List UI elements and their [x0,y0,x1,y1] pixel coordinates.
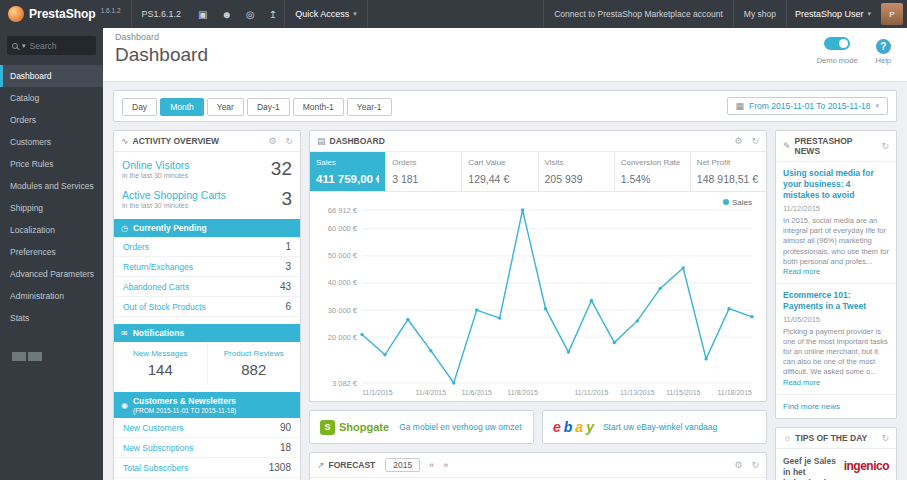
refresh-icon[interactable]: ↻ [751,136,759,146]
customers-new-subscriptions-link[interactable]: New Subscriptions [123,443,193,453]
tips-panel-title: TIPS OF THE DAY [795,433,867,443]
pending-abandoned-carts-value: 43 [280,281,291,292]
notification-value: 144 [116,361,205,378]
filter-button-day-1[interactable]: Day-1 [247,98,290,116]
pending-abandoned-carts-link[interactable]: Abandoned Carts [123,282,189,292]
forecast-panel-header: ↗ FORECAST 2015 « » ⚙ ↻ [310,453,766,478]
support-icon[interactable]: ◎ [239,0,262,28]
avatar[interactable]: P [881,3,903,25]
collapse-menu-button[interactable] [12,345,103,365]
pending-return-exchanges-link[interactable]: Return/Exchanges [123,262,193,272]
ebay-logo: ebay [553,419,593,435]
forecast-year-select[interactable]: 2015 [385,458,420,472]
shop-name-tag[interactable]: PS1.6.1.2 [131,0,192,28]
filter-button-month-1[interactable]: Month-1 [293,98,344,116]
sidebar-item-price-rules[interactable]: Price Rules [0,153,103,175]
module-link-shopgate[interactable]: Ga mobiel en verhoog uw omzet [399,422,521,432]
calendar-icon: ▦ [736,101,745,111]
activity-icon: ∿ [121,136,129,146]
notification-new-messages[interactable]: New Messages144 [114,342,208,385]
refresh-icon[interactable]: ↻ [881,433,889,443]
news-article: Using social media for your business: 4 … [776,162,896,284]
refresh-icon[interactable]: ↻ [285,136,293,146]
prestashop-logo[interactable]: PrestaShop 1.6.1.2 [0,0,131,28]
pending-out-of-stock-products-link[interactable]: Out of Stock Products [123,302,206,312]
news-headline-link[interactable]: Using social media for your business: 4 … [783,168,889,201]
read-more-link[interactable]: Read more [783,267,820,276]
breadcrumb[interactable]: Dashboard [115,32,895,42]
chart-legend[interactable]: Sales [723,198,752,207]
sidebar-item-dashboard[interactable]: Dashboard [0,65,103,87]
kpi-visits[interactable]: Visits205 939 [539,152,615,191]
kpi-label: Visits [545,158,608,167]
next-year-icon[interactable]: » [443,460,448,470]
sidebar-item-advanced-parameters[interactable]: Advanced Parameters [0,263,103,285]
filter-button-year-1[interactable]: Year-1 [347,98,392,116]
module-link-ebay[interactable]: Start uw eBay-winkel vandaag [603,422,717,432]
quick-access-menu[interactable]: Quick Access ▾ [284,0,368,28]
sidebar-search[interactable]: ▾ [7,36,96,55]
main-content: Dashboard Dashboard Demo mode ? Help Day… [103,28,907,480]
previous-year-icon[interactable]: « [429,460,434,470]
kpi-cart-value[interactable]: Cart Value129,44 € [462,152,538,191]
find-more-news-link[interactable]: Find more news [776,395,896,418]
customers-new-customers-link[interactable]: New Customers [123,423,183,433]
svg-text:3 082 €: 3 082 € [332,379,358,388]
rocket-icon[interactable]: ↥ [262,0,284,28]
sidebar-item-administration[interactable]: Administration [0,285,103,307]
news-panel-title: PRESTASHOP NEWS [795,136,869,156]
customers-total-subscribers-link[interactable]: Total Subscribers [123,463,188,473]
sidebar-item-localization[interactable]: Localization [0,219,103,241]
refresh-icon[interactable]: ↻ [751,460,759,470]
active-carts-link[interactable]: Active Shopping Carts [122,189,226,201]
help-icon[interactable]: ? [876,39,891,54]
customers-new-subscriptions-value: 18 [280,442,291,453]
help-label: Help [876,56,891,65]
gear-icon[interactable]: ⚙ [268,136,276,146]
demo-mode-toggle[interactable] [824,37,850,50]
read-more-link[interactable]: Read more [783,378,820,387]
search-scope-chevron-icon[interactable]: ▾ [22,42,26,50]
sidebar-item-shipping[interactable]: Shipping [0,197,103,219]
sidebar-item-modules-and-services[interactable]: Modules and Services [0,175,103,197]
sidebar-item-catalog[interactable]: Catalog [0,87,103,109]
svg-text:40 000 €: 40 000 € [328,278,358,287]
svg-text:66 912 €: 66 912 € [328,206,358,215]
cart-icon[interactable]: ▣ [191,0,214,28]
kpi-label: Conversion Rate [621,158,684,167]
page-title: Dashboard [115,44,895,66]
active-carts-value: 3 [281,189,292,208]
sidebar-item-stats[interactable]: Stats [0,307,103,329]
marketplace-connect-link[interactable]: Connect to PrestaShop Marketplace accoun… [543,0,733,28]
my-shop-link[interactable]: My shop [733,0,786,28]
refresh-icon[interactable]: ↻ [881,141,889,151]
sidebar-item-customers[interactable]: Customers [0,131,103,153]
dashboard-panel-title: DASHBOARD [330,136,385,146]
gear-icon[interactable]: ⚙ [734,460,742,470]
envelope-icon: ✉ [121,329,128,338]
filter-button-day[interactable]: Day [122,98,157,116]
header-tools: Demo mode ? Help [817,36,891,65]
forecast-panel: ↗ FORECAST 2015 « » ⚙ ↻ TrafficConversio… [309,452,767,480]
news-headline-link[interactable]: Ecommerce 101: Payments in a Tweet [783,290,889,312]
kpi-sales[interactable]: Sales411 759,00 € [310,152,386,191]
kpi-conversion-rate[interactable]: Conversion Rate1.54% [615,152,691,191]
online-visitors-link[interactable]: Online Visitors [122,159,190,171]
filter-button-month[interactable]: Month [160,98,204,116]
user-menu[interactable]: PrestaShop User ▾ [786,0,879,28]
search-input[interactable] [30,41,90,51]
active-carts-sub: in the last 30 minutes [122,202,188,209]
filter-button-year[interactable]: Year [207,98,244,116]
gear-icon[interactable]: ⚙ [734,136,742,146]
pending-rows: Orders1Return/Exchanges3Abandoned Carts4… [114,237,300,317]
pending-orders-link[interactable]: Orders [123,242,149,252]
center-column: ▤ DASHBOARD ⚙ ↻ Sales411 759,00 €Orders3… [309,130,767,480]
user-icon[interactable]: ☻ [215,0,240,28]
sidebar-item-orders[interactable]: Orders [0,109,103,131]
sidebar-item-preferences[interactable]: Preferences [0,241,103,263]
notification-product-reviews[interactable]: Product Reviews882 [208,342,301,385]
kpi-net-profit[interactable]: Net Profit148 918,51 € [691,152,766,191]
date-range-picker[interactable]: ▦ From 2015-11-01 To 2015-11-18 ▾ [727,97,888,115]
kpi-orders[interactable]: Orders3 181 [386,152,462,191]
customers-row: New Customers90 [114,418,300,438]
